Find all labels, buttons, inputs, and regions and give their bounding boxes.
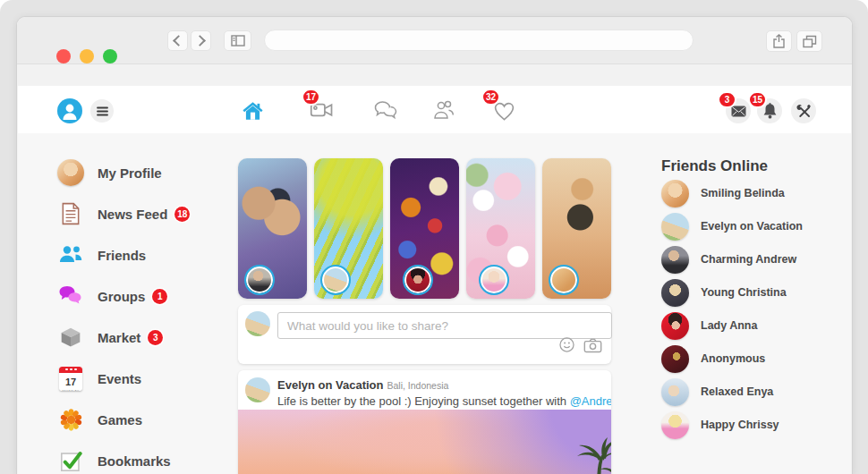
friend-name: Young Christina bbox=[701, 286, 787, 299]
friend-item[interactable]: Happy Chrissy bbox=[661, 411, 840, 439]
chat-tab[interactable] bbox=[373, 98, 398, 122]
friend-avatar bbox=[661, 312, 689, 340]
sidebar-item-events[interactable]: 17 MONDAY Events bbox=[57, 362, 245, 394]
post-image[interactable] bbox=[238, 410, 611, 474]
story-card[interactable] bbox=[390, 158, 459, 299]
friend-name: Anonymous bbox=[701, 352, 765, 365]
post-text: Life is better by the pool :) Enjoying s… bbox=[277, 394, 611, 408]
friend-avatar bbox=[661, 345, 689, 373]
smiley-icon bbox=[558, 336, 575, 353]
share-icon bbox=[772, 34, 786, 48]
sidebar-item-label: Friends bbox=[98, 248, 146, 263]
sidebar-toggle-button[interactable] bbox=[224, 30, 251, 51]
friend-item[interactable]: Lady Anna bbox=[661, 311, 840, 340]
friend-avatar bbox=[661, 246, 689, 274]
friend-name: Relaxed Enya bbox=[701, 385, 773, 398]
sidebar-item-my-profile[interactable]: My Profile bbox=[57, 157, 245, 189]
sidebar-item-market[interactable]: Market 3 bbox=[57, 321, 245, 353]
mail-icon bbox=[731, 106, 746, 117]
story-avatar bbox=[479, 265, 509, 295]
photo-upload-button[interactable] bbox=[583, 337, 602, 357]
sidebar-item-groups[interactable]: Groups 1 bbox=[57, 280, 245, 312]
friend-item[interactable]: Smiling Belinda bbox=[661, 179, 840, 207]
friend-name: Lady Anna bbox=[701, 319, 757, 332]
friend-avatar bbox=[661, 213, 689, 241]
user-avatar[interactable] bbox=[57, 98, 82, 123]
story-card[interactable] bbox=[542, 158, 611, 299]
home-tab[interactable] bbox=[240, 98, 265, 123]
friend-avatar bbox=[661, 180, 689, 207]
emoji-button[interactable] bbox=[558, 336, 575, 357]
events-calendar-icon: 17 MONDAY bbox=[59, 367, 82, 391]
story-avatar bbox=[403, 265, 433, 295]
sidebar-panel-icon bbox=[231, 35, 245, 47]
friend-item[interactable]: Charming Andrew bbox=[661, 245, 840, 274]
sidebar-item-news-feed[interactable]: News Feed 18 bbox=[57, 198, 245, 230]
tabs-icon bbox=[803, 35, 817, 48]
minimize-button[interactable] bbox=[80, 49, 94, 63]
browser-toolbar bbox=[17, 17, 852, 64]
story-avatar bbox=[320, 265, 351, 295]
share-input[interactable] bbox=[277, 312, 612, 339]
zoom-button[interactable] bbox=[103, 49, 117, 63]
share-button[interactable] bbox=[766, 30, 792, 52]
sidebar-item-label: My Profile bbox=[98, 165, 162, 181]
sidebar-item-games[interactable]: Games bbox=[57, 403, 245, 436]
sidebar-item-bookmarks[interactable]: Bookmarks bbox=[57, 444, 245, 474]
story-avatar bbox=[244, 265, 275, 295]
messages-badge: 3 bbox=[718, 91, 736, 108]
tab-overview-button[interactable] bbox=[796, 30, 822, 52]
back-button[interactable] bbox=[167, 30, 188, 51]
sidebar-item-label: Games bbox=[98, 412, 142, 427]
people-icon bbox=[430, 99, 455, 122]
sidebar-item-friends[interactable]: Friends bbox=[57, 239, 245, 271]
page-background: 17 32 3 15 bbox=[0, 0, 868, 474]
forward-button[interactable] bbox=[191, 30, 211, 51]
groups-icon bbox=[58, 285, 83, 307]
notifications-badge: 15 bbox=[748, 91, 767, 108]
post-author-avatar[interactable] bbox=[245, 377, 270, 402]
likes-tab[interactable]: 32 bbox=[490, 97, 517, 123]
friend-item[interactable]: Evelyn on Vacation bbox=[661, 212, 840, 241]
video-tab[interactable]: 17 bbox=[309, 97, 336, 123]
news-feed-badge: 18 bbox=[174, 207, 190, 222]
friend-name: Happy Chrissy bbox=[701, 419, 779, 431]
app-content: My Profile News Feed 18 Friends Groups 1… bbox=[18, 133, 851, 474]
post-location: Bali, Indonesia bbox=[387, 380, 449, 391]
notifications-button[interactable]: 15 bbox=[757, 98, 782, 123]
bookmarks-icon bbox=[59, 449, 83, 473]
groups-badge: 1 bbox=[152, 289, 167, 304]
story-card[interactable] bbox=[238, 158, 307, 299]
friend-name: Smiling Belinda bbox=[701, 187, 785, 199]
friend-item[interactable]: Young Christina bbox=[661, 278, 840, 307]
market-icon bbox=[59, 326, 82, 349]
profile-avatar bbox=[57, 159, 84, 186]
friends-tab[interactable] bbox=[430, 98, 455, 122]
story-card[interactable] bbox=[314, 158, 383, 299]
friend-item[interactable]: Anonymous bbox=[661, 344, 840, 373]
calendar-band bbox=[59, 367, 82, 373]
chevron-left-icon bbox=[173, 35, 184, 47]
hamburger-icon bbox=[97, 106, 108, 116]
friend-name: Charming Andrew bbox=[701, 253, 796, 266]
chevron-right-icon bbox=[194, 35, 206, 47]
friend-avatar bbox=[661, 378, 689, 406]
settings-button[interactable] bbox=[791, 98, 816, 123]
close-button[interactable] bbox=[56, 49, 71, 63]
story-avatar bbox=[549, 265, 579, 295]
post-mention-link[interactable]: @Andrew bbox=[570, 394, 611, 408]
browser-window: 17 32 3 15 bbox=[16, 16, 853, 474]
home-icon bbox=[241, 99, 265, 123]
app-header: 17 32 3 15 bbox=[18, 86, 851, 133]
menu-button[interactable] bbox=[90, 99, 114, 123]
composer-card bbox=[238, 305, 611, 364]
friend-item[interactable]: Relaxed Enya bbox=[661, 377, 840, 406]
sidebar-item-label: Groups bbox=[98, 289, 145, 304]
sidebar-item-label: Bookmarks bbox=[98, 453, 171, 469]
url-bar[interactable] bbox=[264, 30, 694, 51]
post-author[interactable]: Evelyn on Vacation bbox=[277, 378, 384, 392]
likes-badge: 32 bbox=[481, 89, 500, 106]
story-card[interactable] bbox=[466, 158, 535, 299]
sidebar-item-label: Market bbox=[98, 330, 140, 345]
messages-button[interactable]: 3 bbox=[726, 98, 751, 123]
